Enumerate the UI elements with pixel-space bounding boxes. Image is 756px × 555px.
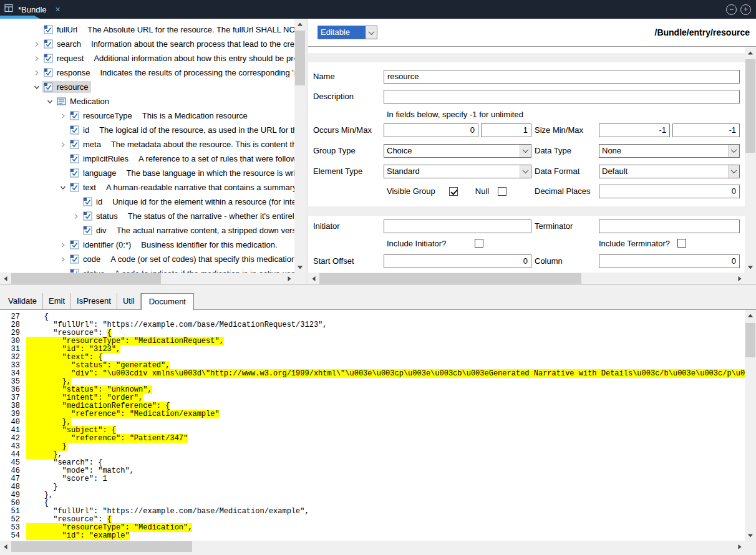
collapsed-chevron-icon[interactable] [57,255,69,264]
tree-item-main[interactable]: status [82,210,120,222]
collapsed-chevron-icon[interactable] [31,69,42,77]
scroll-left-arrow-icon[interactable] [0,273,11,284]
tree-item-main[interactable]: div [82,224,109,236]
tree-item-fullurl[interactable]: fullUrlThe Absolute URL for the resource… [0,22,294,37]
collapsed-chevron-icon[interactable] [31,54,42,63]
inspector-horizontal-scrollbar[interactable] [308,273,745,284]
occurs-max-input[interactable] [481,123,531,137]
tree-item-main[interactable]: response [42,67,92,79]
tree-item-main[interactable]: id [82,196,105,208]
scroll-up-arrow-icon[interactable] [745,47,756,58]
decimal-places-input[interactable] [599,185,740,198]
tree-item-main[interactable]: meta [69,138,104,150]
tree-item-main[interactable]: implicitRules [69,153,131,165]
scroll-right-arrow-icon[interactable] [734,541,745,553]
tab-util[interactable]: Util [117,293,141,309]
expanded-chevron-icon[interactable] [44,97,56,106]
occurs-min-input[interactable] [384,123,478,137]
tree-item-response[interactable]: responseIndicates the results of process… [0,65,294,80]
inspector-vertical-scrollbar[interactable] [745,47,756,273]
scroll-right-arrow-icon[interactable] [284,273,294,284]
data-type-select[interactable]: None [599,144,740,158]
tree-item-meta[interactable]: metaThe metadata about the resource. Thi… [0,137,294,152]
tree-horizontal-scrollbar[interactable] [0,273,294,284]
resource-tree[interactable]: fullUrlThe Absolute URL for the resource… [0,19,294,273]
scroll-left-arrow-icon[interactable] [0,541,11,553]
expand-circle-button[interactable]: + [740,4,751,15]
tree-item-div[interactable]: divThe actual narrative content, a strip… [0,223,294,238]
tree-item-status[interactable]: statusA code to indicate if the medicati… [0,266,294,273]
tree-item-main[interactable]: code [69,253,103,265]
name-input[interactable] [384,70,740,84]
chevron-down-icon[interactable] [520,145,531,157]
collapsed-chevron-icon[interactable] [31,40,42,49]
size-min-input[interactable] [599,123,670,137]
expanded-chevron-icon[interactable] [57,183,69,192]
tree-item-main[interactable]: search [42,38,84,50]
data-format-select[interactable]: Default [599,165,740,178]
initiator-input[interactable] [384,220,531,233]
chevron-down-icon[interactable] [728,165,739,178]
include-initiator-checkbox[interactable] [475,239,483,248]
tree-item-main[interactable]: id [69,124,92,136]
tree-item-search[interactable]: searchInformation about the search proce… [0,37,294,51]
tree-item-identifier-0[interactable]: identifier (0:*)Business identifier for … [0,238,294,252]
document-vertical-scrollbar[interactable] [745,310,756,541]
collapsed-chevron-icon[interactable] [57,112,69,120]
tree-item-resource[interactable]: resource [0,80,294,94]
tree-item-main[interactable]: fullUrl [42,24,80,36]
chevron-down-icon[interactable] [366,26,377,39]
expanded-chevron-icon[interactable] [31,83,42,92]
tree-item-main[interactable]: identifier (0:*) [69,239,133,251]
tab-emit[interactable]: Emit [43,293,71,309]
tree-hscroll-thumb[interactable] [11,273,161,284]
tree-item-resourcetype[interactable]: resourceTypeThis is a Medication resourc… [0,109,294,123]
description-input[interactable] [384,90,740,104]
scroll-up-arrow-icon[interactable] [294,19,306,29]
document-vscroll-thumb[interactable] [745,323,755,357]
null-checkbox[interactable] [498,187,506,196]
tree-item-id[interactable]: idThe logical id of the resource, as use… [0,123,294,137]
chevron-down-icon[interactable] [728,145,739,157]
close-icon[interactable]: × [56,4,61,14]
scroll-up-arrow-icon[interactable] [745,310,756,321]
scroll-right-arrow-icon[interactable] [734,273,745,284]
element-type-select[interactable]: Standard [384,165,531,178]
tree-item-main[interactable]: status [69,268,107,273]
document-code[interactable]: 27 {28 "fullUrl": "https://example.com/b… [0,310,745,541]
inspector-vscroll-thumb[interactable] [745,59,755,153]
tree-item-language[interactable]: languageThe base language in which the r… [0,166,294,180]
tree-item-main[interactable]: request [42,52,86,64]
tab-ispresent[interactable]: IsPresent [71,293,117,309]
visible-group-checkbox[interactable] [449,187,458,196]
collapse-circle-button[interactable]: − [726,4,737,15]
tree-item-text[interactable]: textA human-readable narrative that cont… [0,180,294,195]
tree-vscroll-thumb[interactable] [295,31,305,85]
size-max-input[interactable] [672,123,740,137]
column-input[interactable] [599,254,740,268]
tree-item-medication[interactable]: Medication [0,94,294,109]
tree-item-main[interactable]: text [69,181,99,193]
tree-vertical-scrollbar[interactable] [294,19,306,273]
tree-item-main[interactable]: resourceType [69,110,135,122]
document-hscroll-thumb[interactable] [11,541,192,552]
inspector-hscroll-thumb[interactable] [319,273,581,284]
tree-item-implicitrules[interactable]: implicitRulesA reference to a set of rul… [0,152,294,166]
document-horizontal-scrollbar[interactable] [0,541,745,553]
tree-item-request[interactable]: requestAdditional information about how … [0,51,294,65]
tree-item-main[interactable]: resource [42,81,91,93]
scroll-down-arrow-icon[interactable] [745,530,756,541]
tree-item-id[interactable]: idUnique id for the element within a res… [0,195,294,209]
scroll-down-arrow-icon[interactable] [294,262,306,273]
chevron-down-icon[interactable] [520,165,531,178]
tab-document[interactable]: Document [141,293,194,310]
group-type-select[interactable]: Choice [384,144,531,158]
tree-item-main[interactable]: Medication [56,95,112,107]
terminator-input[interactable] [599,220,740,233]
collapsed-chevron-icon[interactable] [57,140,69,149]
tree-item-code[interactable]: codeA code (or set of codes) that specif… [0,252,294,266]
mode-select[interactable]: Editable [317,26,377,39]
collapsed-chevron-icon[interactable] [57,241,69,249]
tree-item-main[interactable]: language [69,167,119,179]
include-terminator-checkbox[interactable] [677,239,686,248]
